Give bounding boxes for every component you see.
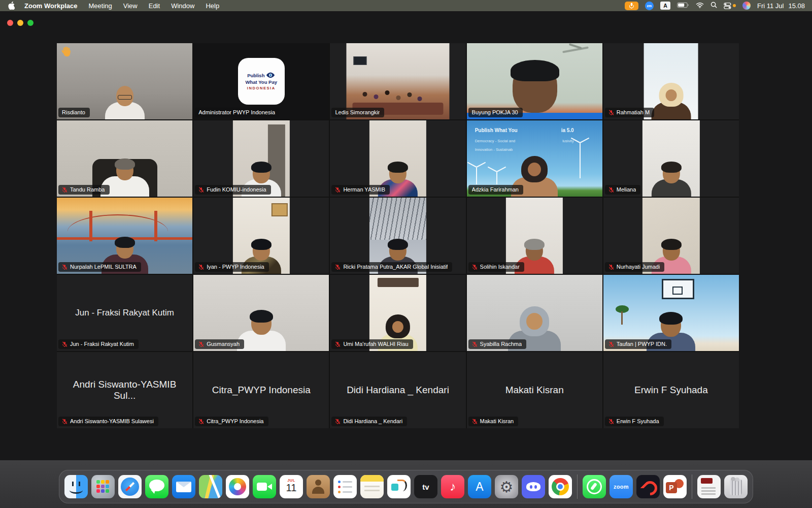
participant-tile-nurpalah[interactable]: Nurpalah LePMIL SULTRA — [57, 198, 192, 274]
photos-icon[interactable] — [226, 475, 249, 498]
muted-mic-icon — [198, 419, 204, 424]
muted-mic-icon — [198, 341, 204, 347]
system-settings-icon[interactable]: ⚙ — [495, 475, 518, 498]
muted-mic-icon — [472, 419, 478, 424]
muted-mic-icon — [198, 264, 204, 270]
minimize-window-button[interactable] — [17, 20, 23, 26]
acrobat-icon[interactable] — [636, 475, 660, 498]
muted-mic-icon — [608, 341, 614, 347]
app-store-icon[interactable]: A — [468, 475, 491, 498]
participant-name-tag: Taufan | PWYP IDN. — [605, 339, 671, 349]
menu-item-meeting[interactable]: Meeting — [89, 2, 112, 10]
participant-tile-erwin[interactable]: Erwin F Syuhada Erwin F Syuhada — [603, 352, 739, 428]
notification-dot — [733, 4, 736, 7]
participant-tile-citra[interactable]: Citra_PWYP Indonesia Citra_PWYP Indonesi… — [193, 352, 329, 428]
mic-in-use-indicator[interactable] — [625, 2, 638, 10]
muted-mic-icon — [62, 419, 67, 424]
participant-name-tag: Nurhayati Jumadi — [605, 262, 665, 272]
participant-tile-solihin[interactable]: Solihin Iskandar — [467, 198, 602, 274]
calendar-icon[interactable]: JUL 11 — [280, 475, 303, 498]
participant-tile-taufan[interactable]: Taufan | PWYP IDN. — [603, 275, 739, 351]
close-window-button[interactable] — [7, 20, 13, 26]
reminders-icon[interactable] — [333, 475, 357, 498]
menu-item-help[interactable]: Help — [206, 2, 219, 10]
participant-tile-ledis[interactable]: Ledis Simorangkir — [330, 43, 465, 119]
maps-icon[interactable] — [199, 475, 222, 498]
participant-tile-umi[interactable]: Umi Ma'rufah WALHI Riau — [330, 275, 465, 351]
participant-tile-buyung[interactable]: Buyung POKJA 30 — [467, 43, 602, 119]
apple-menu-icon[interactable] — [8, 2, 15, 10]
zoom-app-icon[interactable]: zoom — [610, 475, 633, 498]
muted-mic-icon — [62, 187, 67, 193]
participant-name-tag: Administrator PWYP Indonesia — [195, 108, 280, 117]
muted-mic-icon — [608, 110, 614, 115]
participant-name-tag: Buyung POKJA 30 — [468, 108, 523, 117]
participant-tile-syabilla[interactable]: Syabilla Rachma — [467, 275, 602, 351]
participant-tile-jun[interactable]: Jun - Fraksi Rakyat Kutim Jun - Fraksi R… — [57, 275, 192, 351]
participant-tile-didi[interactable]: Didi Hardiana _ Kendari Didi Hardiana _ … — [330, 352, 465, 428]
participant-tile-tandu[interactable]: Tandu Ramba — [57, 120, 192, 197]
siri-icon[interactable] — [742, 2, 751, 10]
participant-tile-fudin[interactable]: Fudin KOMIU-indonesia — [193, 120, 329, 197]
menubar-date: Fri 11 Jul — [757, 2, 784, 10]
menu-item-window[interactable]: Window — [171, 2, 194, 10]
apple-tv-icon[interactable]: tv — [414, 475, 437, 498]
muted-mic-icon — [608, 419, 614, 424]
participant-name-tag: Rahmatiah M — [605, 108, 654, 117]
participant-tile-iyan[interactable]: Iyan - PWYP Indonesia — [193, 198, 329, 274]
menu-item-edit[interactable]: Edit — [149, 2, 160, 10]
discord-icon[interactable] — [522, 475, 545, 498]
safari-icon[interactable] — [118, 475, 142, 498]
mail-icon[interactable] — [172, 475, 195, 498]
menu-app-name[interactable]: Zoom Workplace — [24, 2, 78, 10]
powerpoint-icon[interactable]: P — [663, 475, 687, 498]
participant-name-tag: Adzkia Farirahman — [468, 185, 523, 195]
contacts-icon[interactable] — [307, 475, 330, 498]
raised-hand-icon — [61, 46, 72, 60]
fullscreen-window-button[interactable] — [27, 20, 33, 26]
participant-tile-ricki[interactable]: Ricki Pratama Putra_AKAR Global Inisiati… — [330, 198, 465, 274]
wifi-icon[interactable] — [696, 2, 704, 10]
spotlight-search-icon[interactable] — [710, 2, 717, 10]
dock-divider — [692, 474, 692, 499]
trash-icon[interactable] — [724, 475, 748, 498]
facetime-icon[interactable] — [253, 475, 276, 498]
participant-tile-rahmatiah[interactable]: Rahmatiah M — [603, 43, 739, 119]
participant-tile-administrator-pwyp[interactable]: Publish What You Pay INDONESIA Administr… — [193, 43, 329, 119]
menubar-clock[interactable]: Fri 11 Jul 15.08 — [757, 2, 805, 10]
pwyp-eye-icon — [266, 72, 275, 78]
participant-tile-adzkia[interactable]: Publish What You ia 5.0 Democracy - Soci… — [467, 120, 602, 197]
calendar-day: 11 — [286, 483, 297, 493]
muted-mic-icon — [335, 419, 341, 424]
muted-mic-icon — [608, 264, 614, 270]
battery-icon[interactable] — [677, 2, 689, 10]
input-source-icon[interactable]: A — [660, 2, 670, 10]
whatsapp-icon[interactable] — [583, 475, 606, 498]
downloads-document-icon[interactable] — [697, 475, 721, 498]
muted-mic-icon — [62, 341, 67, 347]
zoom-menubar-icon[interactable]: zm — [645, 2, 654, 10]
muted-mic-icon — [62, 264, 67, 270]
participant-tile-andri[interactable]: Andri Siswanto-YASMIB Sul... Andri Siswa… — [57, 352, 192, 428]
menu-item-view[interactable]: View — [123, 2, 138, 10]
participant-name-tag: Ricki Pratama Putra_AKAR Global Inisiati… — [331, 262, 452, 272]
participant-tile-herman[interactable]: Herman YASMIB — [330, 120, 465, 197]
freeform-icon[interactable] — [387, 475, 411, 498]
chrome-icon[interactable] — [549, 475, 572, 498]
participant-name-tag: Erwin F Syuhada — [605, 417, 664, 426]
participant-tile-risdianto[interactable]: Risdianto — [57, 43, 192, 119]
video-gallery-grid: Risdianto Publish What You Pay INDONESIA… — [57, 43, 739, 428]
music-icon[interactable]: ♪ — [441, 475, 464, 498]
launchpad-icon[interactable] — [91, 475, 115, 498]
participant-name-tag: Meliana — [605, 185, 641, 195]
menubar-time: 15.08 — [788, 2, 805, 10]
participant-tile-makati[interactable]: Makati Kisran Makati Kisran — [467, 352, 602, 428]
control-center-icon[interactable] — [724, 3, 736, 9]
participant-tile-meliana[interactable]: Meliana — [603, 120, 739, 197]
powerpoint-badge: P — [666, 482, 677, 493]
participant-tile-gusmansyah[interactable]: Gusmansyah — [193, 275, 329, 351]
notes-icon[interactable] — [360, 475, 384, 498]
messages-icon[interactable] — [145, 475, 168, 498]
finder-icon[interactable] — [64, 475, 88, 498]
participant-tile-nurhayati[interactable]: Nurhayati Jumadi — [603, 198, 739, 274]
